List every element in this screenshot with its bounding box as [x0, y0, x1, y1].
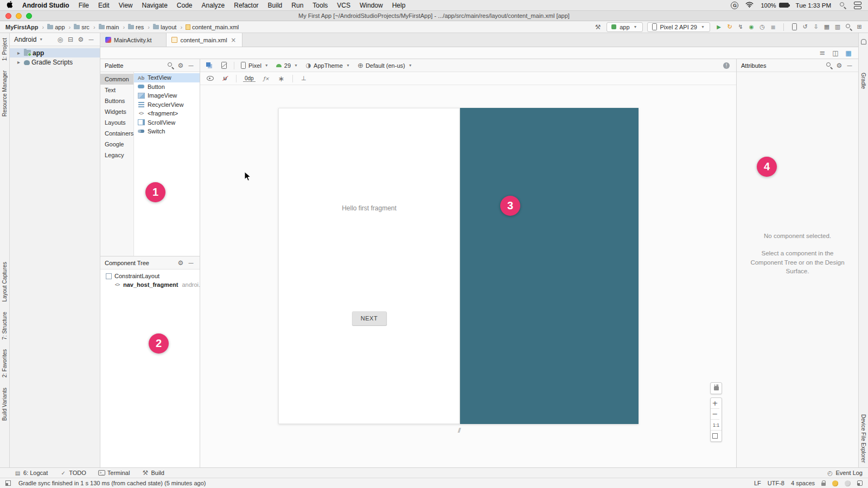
toolbtn-logcat[interactable]: 6: Logcat: [14, 470, 48, 477]
menu-code[interactable]: Code: [177, 2, 193, 9]
palette-item-button[interactable]: Button: [134, 82, 200, 92]
component-tree-hide-icon[interactable]: [187, 259, 195, 267]
autoconnect-icon[interactable]: [221, 74, 229, 83]
theme-menu[interactable]: AppTheme: [305, 62, 352, 69]
locate-file-icon[interactable]: [56, 35, 65, 44]
crumb-myfirstapp[interactable]: MyFirstApp: [4, 24, 45, 30]
palette-category-google[interactable]: Google: [100, 139, 133, 150]
palette-item-switch[interactable]: Switch: [134, 127, 200, 136]
palette-settings-icon[interactable]: [176, 61, 185, 70]
toolbtn-build[interactable]: Build: [142, 470, 164, 477]
resize-handle[interactable]: [458, 427, 459, 434]
zoom-out-button[interactable]: [711, 409, 719, 420]
tab-content-main-xml[interactable]: content_main.xml: [167, 33, 242, 47]
avd-grid-icon[interactable]: [822, 23, 831, 31]
zoom-level[interactable]: 1:1: [711, 420, 722, 431]
strip-gradle[interactable]: Gradle: [860, 73, 866, 89]
zoom-window-button[interactable]: [26, 13, 32, 19]
code-view-icon[interactable]: [818, 49, 827, 57]
sdk-manager-icon[interactable]: [812, 23, 820, 31]
design-surface-mode-icon[interactable]: [206, 61, 214, 70]
spotlight-icon[interactable]: [838, 1, 847, 10]
palette-category-legacy[interactable]: Legacy: [100, 150, 133, 160]
lock-icon[interactable]: [821, 483, 826, 486]
palette-category-buttons[interactable]: Buttons: [100, 95, 133, 106]
clear-constraints-icon[interactable]: [262, 74, 271, 83]
reader-mode-icon[interactable]: [857, 480, 863, 486]
device-menu[interactable]: Pixel: [240, 62, 270, 69]
attributes-search-icon[interactable]: [825, 61, 833, 70]
close-window-button[interactable]: [5, 13, 11, 19]
project-view-selector[interactable]: Android: [14, 36, 44, 43]
strip-device-file-explorer[interactable]: Device File Explorer: [860, 414, 866, 463]
menu-app-name[interactable]: Android Studio: [22, 2, 69, 9]
crumb-content-main-xml[interactable]: content_main.xml: [184, 24, 244, 30]
palette-search-icon[interactable]: [166, 61, 175, 70]
menu-file[interactable]: File: [79, 2, 89, 9]
debug-icon[interactable]: [747, 23, 756, 31]
align-icon[interactable]: [299, 74, 308, 83]
strip-project[interactable]: 1: Project: [2, 38, 8, 61]
toolwindow-toggle-icon[interactable]: [5, 480, 11, 486]
component-tree-settings-icon[interactable]: [176, 259, 185, 267]
palette-category-widgets[interactable]: Widgets: [100, 106, 133, 117]
search-everywhere-icon[interactable]: [844, 23, 853, 31]
palette-item-scrollview[interactable]: ScrollView: [134, 118, 200, 127]
encoding-indicator[interactable]: UTF-8: [768, 480, 784, 486]
palette-category-containers[interactable]: Containers: [100, 128, 133, 139]
menu-clock[interactable]: Tue 1:33 PM: [796, 2, 831, 9]
split-view-icon[interactable]: [831, 49, 840, 57]
control-center-icon[interactable]: [854, 2, 861, 9]
crumb-src[interactable]: src: [73, 24, 96, 30]
strip-resource-manager[interactable]: Resource Manager: [2, 70, 8, 117]
indexing-status-icon[interactable]: [845, 480, 851, 486]
indent-indicator[interactable]: 4 spaces: [791, 480, 815, 486]
design-view-screen[interactable]: Hello first fragment NEXT: [278, 108, 460, 424]
hide-panel-icon[interactable]: [87, 35, 95, 44]
run-icon[interactable]: [714, 23, 723, 31]
crumb-res[interactable]: res: [127, 24, 151, 30]
menu-view[interactable]: View: [119, 2, 133, 9]
menu-tools[interactable]: Tools: [312, 2, 328, 9]
strip-structure[interactable]: 7: Structure: [2, 312, 8, 340]
event-log-button[interactable]: Event Log: [826, 470, 863, 477]
notifications-icon[interactable]: [859, 37, 868, 46]
project-structure-icon[interactable]: [855, 23, 864, 31]
battery-indicator[interactable]: 100%: [761, 2, 788, 9]
textview-hello-first-fragment[interactable]: Hello first fragment: [279, 204, 459, 212]
stop-icon[interactable]: [769, 23, 777, 31]
issue-indicator-icon[interactable]: [722, 61, 731, 70]
menu-window[interactable]: Window: [360, 2, 383, 9]
zoom-in-button[interactable]: [711, 398, 719, 409]
toolbtn-todo[interactable]: TODO: [60, 470, 86, 477]
apple-menu-icon[interactable]: [7, 1, 13, 10]
palette-category-common[interactable]: Common: [100, 74, 133, 85]
crumb-app[interactable]: app: [46, 24, 72, 30]
orientation-icon[interactable]: [220, 61, 228, 70]
expand-arrow-icon[interactable]: [15, 49, 22, 56]
locale-menu[interactable]: Default (en-us): [357, 62, 414, 69]
menu-build[interactable]: Build: [268, 2, 283, 9]
ct-item-constraintlayout[interactable]: ConstraintLayout: [100, 272, 200, 280]
menu-navigate[interactable]: Navigate: [142, 2, 167, 9]
menu-help[interactable]: Help: [392, 2, 406, 9]
palette-category-text[interactable]: Text: [100, 85, 133, 95]
pan-button[interactable]: [710, 382, 722, 394]
close-tab-icon[interactable]: [230, 36, 237, 43]
menu-analyze[interactable]: Analyze: [202, 2, 225, 9]
apply-changes-icon[interactable]: [725, 23, 734, 31]
attributes-hide-icon[interactable]: [845, 61, 854, 70]
design-surface[interactable]: Hello first fragment NEXT 1:1: [200, 85, 736, 467]
gradle-sync-icon[interactable]: [801, 23, 809, 31]
palette-item-fragment[interactable]: <fragment>: [134, 109, 200, 118]
zoom-to-fit-button[interactable]: [711, 431, 719, 441]
tree-item-app[interactable]: app: [10, 48, 100, 57]
build-hammer-icon[interactable]: [593, 23, 602, 31]
project-settings-icon[interactable]: [76, 35, 85, 44]
g-menu-icon[interactable]: G: [731, 2, 738, 9]
wifi-icon[interactable]: [745, 2, 754, 9]
menu-vcs[interactable]: VCS: [337, 2, 350, 9]
strip-favorites[interactable]: 2: Favorites: [2, 349, 8, 377]
blueprint-view-screen[interactable]: [460, 108, 639, 424]
crumb-main[interactable]: main: [98, 24, 126, 30]
